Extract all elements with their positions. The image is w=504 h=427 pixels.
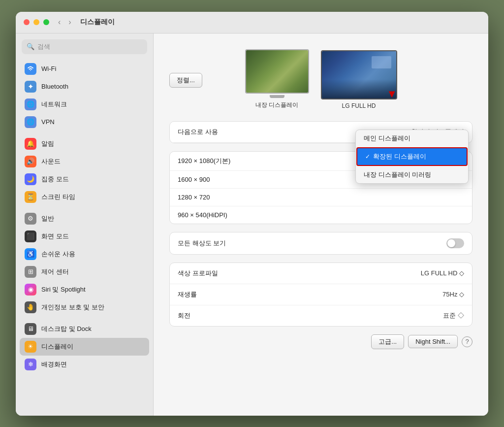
wallpaper-icon: ❄ bbox=[25, 359, 36, 370]
bottom-buttons: 고급... Night Shift... ? bbox=[169, 334, 472, 349]
sidebar-item-bluetooth[interactable]: ✦ Bluetooth bbox=[20, 78, 149, 96]
sidebar-label-sound: 사운드 bbox=[41, 157, 61, 166]
dropdown-item-extended[interactable]: ✓ 확장된 디스플레이 bbox=[356, 147, 468, 166]
refresh-rate-row: 재생률 75Hz ◇ bbox=[170, 284, 472, 305]
sidebar-item-wallpaper[interactable]: ❄ 배경화면 bbox=[20, 356, 149, 373]
sidebar-item-control[interactable]: ⊞ 제어 센터 bbox=[20, 263, 149, 281]
close-button[interactable] bbox=[24, 19, 30, 25]
sidebar-item-display[interactable]: ☀ 디스플레이 bbox=[20, 338, 149, 356]
accessibility-icon: ♿ bbox=[25, 248, 36, 260]
use-as-dropdown[interactable]: 메인 디스플레이 ✓ 확장된 디스플레이 내장 디스플레이 미러링 bbox=[355, 130, 469, 184]
window-title: 디스플레이 bbox=[80, 18, 115, 27]
toggle-knob bbox=[447, 239, 455, 247]
general-icon: ⚙ bbox=[25, 213, 36, 225]
sidebar-label-privacy: 개인정보 보호 및 보안 bbox=[41, 303, 104, 312]
vpn-icon: 🌐 bbox=[25, 116, 36, 128]
system-preferences-window: ‹ › 디스플레이 🔍 검색 Wi-Fi ✦ Bluetooth bbox=[16, 12, 488, 416]
search-icon: 🔍 bbox=[27, 43, 34, 50]
help-button[interactable]: ? bbox=[462, 336, 472, 347]
sidebar-label-screentime: 스크린 타임 bbox=[41, 193, 75, 201]
display-settings-section: 색상 프로파일 LG FULL HD ◇ 재생률 75Hz ◇ 회전 표준 ◇ bbox=[169, 263, 472, 327]
sidebar-item-accessibility[interactable]: ♿ 손쉬운 사용 bbox=[20, 245, 149, 263]
dropdown-item-mirror-label: 내장 디스플레이 미러링 bbox=[364, 170, 431, 179]
color-profile-row: 색상 프로파일 LG FULL HD ◇ bbox=[170, 263, 472, 284]
bluetooth-icon: ✦ bbox=[25, 81, 36, 93]
sidebar-item-siri[interactable]: ◉ Siri 및 Spotlight bbox=[20, 281, 149, 298]
laptop-stand bbox=[270, 95, 284, 98]
sidebar-label-general: 일반 bbox=[41, 214, 54, 223]
siri-icon: ◉ bbox=[25, 284, 36, 296]
wifi-icon bbox=[25, 63, 36, 75]
nav-buttons: ‹ › bbox=[55, 17, 74, 28]
checkmark-icon: ✓ bbox=[365, 153, 370, 160]
sidebar-label-wallpaper: 배경화면 bbox=[41, 360, 67, 369]
sidebar-item-general[interactable]: ⚙ 일반 bbox=[20, 210, 149, 228]
sidebar-label-control: 제어 센터 bbox=[41, 267, 69, 276]
sidebar-label-vpn: VPN bbox=[41, 118, 55, 126]
show-all-resolutions-toggle[interactable] bbox=[446, 238, 464, 248]
dropdown-item-mirror[interactable]: 내장 디스플레이 미러링 bbox=[356, 166, 468, 183]
sidebar-item-desktop[interactable]: 🖥 데스크탑 및 Dock bbox=[20, 320, 149, 338]
color-profile-select[interactable]: LG FULL HD ◇ bbox=[421, 269, 464, 277]
control-icon: ⊞ bbox=[25, 266, 36, 278]
sidebar-label-wifi: Wi-Fi bbox=[41, 65, 56, 72]
screentime-icon: ⏳ bbox=[25, 191, 36, 203]
use-as-label: 다음으로 사용 bbox=[178, 128, 218, 136]
dropdown-item-main-label: 메인 디스플레이 bbox=[364, 134, 410, 143]
internal-display-image bbox=[245, 49, 309, 94]
refresh-rate-select[interactable]: 75Hz ◇ bbox=[442, 291, 464, 298]
internal-display-label: 내장 디스플레이 bbox=[255, 101, 298, 109]
sidebar-item-notifications[interactable]: 🔔 알림 bbox=[20, 135, 149, 153]
refresh-rate-label: 재생률 bbox=[178, 290, 197, 299]
rotation-select[interactable]: 표준 ◇ bbox=[443, 311, 464, 320]
sidebar-item-screentime[interactable]: ⏳ 스크린 타임 bbox=[20, 188, 149, 206]
sidebar-item-privacy[interactable]: 🤚 개인정보 보호 및 보안 bbox=[20, 298, 149, 316]
content-area: 🔍 검색 Wi-Fi ✦ Bluetooth 🌐 네트워크 bbox=[16, 33, 488, 416]
arrow-down-indicator: ▼ bbox=[386, 88, 397, 100]
sidebar-list: Wi-Fi ✦ Bluetooth 🌐 네트워크 🌐 VPN 🔔 알 bbox=[16, 60, 153, 416]
dropdown-item-main[interactable]: 메인 디스플레이 bbox=[356, 130, 468, 147]
search-placeholder: 검색 bbox=[37, 42, 50, 51]
desktop-icon: 🖥 bbox=[25, 323, 36, 335]
sidebar-item-wifi[interactable]: Wi-Fi bbox=[20, 60, 149, 78]
sidebar-item-vpn[interactable]: 🌐 VPN bbox=[20, 113, 149, 131]
resolution-option-3[interactable]: 960 × 540(HiDPI) bbox=[170, 206, 472, 224]
show-all-resolutions-label: 모든 해상도 보기 bbox=[178, 239, 226, 248]
resolution-option-2[interactable]: 1280 × 720 bbox=[170, 189, 472, 206]
rotation-row: 회전 표준 ◇ bbox=[170, 305, 472, 326]
external-display-image bbox=[321, 50, 397, 99]
privacy-icon: 🤚 bbox=[25, 301, 36, 313]
advanced-button[interactable]: 고급... bbox=[371, 334, 404, 349]
external-display-preview[interactable]: LG FULL HD bbox=[321, 50, 397, 109]
main-content: 정렬... 내장 디스플레이 bbox=[154, 33, 488, 416]
sidebar-item-sound[interactable]: 🔊 사운드 bbox=[20, 153, 149, 170]
sidebar-label-notifications: 알림 bbox=[41, 139, 54, 148]
show-all-resolutions-row: 모든 해상도 보기 bbox=[170, 232, 472, 254]
search-box[interactable]: 🔍 검색 bbox=[22, 39, 147, 54]
forward-button[interactable]: › bbox=[65, 17, 74, 28]
traffic-lights bbox=[24, 19, 49, 25]
sidebar-label-focus: 집중 모드 bbox=[41, 175, 69, 184]
display-previews: 내장 디스플레이 LG FULL HD bbox=[169, 45, 472, 109]
focus-icon: 🌙 bbox=[25, 173, 36, 185]
arrange-button[interactable]: 정렬... bbox=[169, 73, 202, 88]
internal-display-preview[interactable]: 내장 디스플레이 bbox=[245, 49, 309, 109]
minimize-button[interactable] bbox=[33, 19, 39, 25]
sidebar-label-display: 디스플레이 bbox=[41, 342, 73, 351]
sidebar-label-screensaver: 화면 모드 bbox=[41, 232, 69, 241]
night-shift-button[interactable]: Night Shift... bbox=[408, 335, 458, 348]
maximize-button[interactable] bbox=[43, 19, 49, 25]
sidebar-item-focus[interactable]: 🌙 집중 모드 bbox=[20, 170, 149, 188]
sidebar-label-bluetooth: Bluetooth bbox=[41, 83, 68, 90]
display-icon: ☀ bbox=[25, 341, 36, 353]
network-icon: 🌐 bbox=[25, 99, 36, 110]
external-thumbnail bbox=[322, 51, 396, 99]
internal-thumbnail bbox=[246, 50, 308, 93]
sidebar-label-siri: Siri 및 Spotlight bbox=[41, 285, 86, 294]
dropdown-item-extended-label: 확장된 디스플레이 bbox=[373, 152, 426, 161]
screensaver-icon: ⬛ bbox=[25, 230, 36, 242]
color-profile-label: 색상 프로파일 bbox=[178, 269, 218, 278]
back-button[interactable]: ‹ bbox=[55, 17, 63, 28]
sidebar-item-screensaver[interactable]: ⬛ 화면 모드 bbox=[20, 228, 149, 245]
sidebar-item-network[interactable]: 🌐 네트워크 bbox=[20, 96, 149, 113]
